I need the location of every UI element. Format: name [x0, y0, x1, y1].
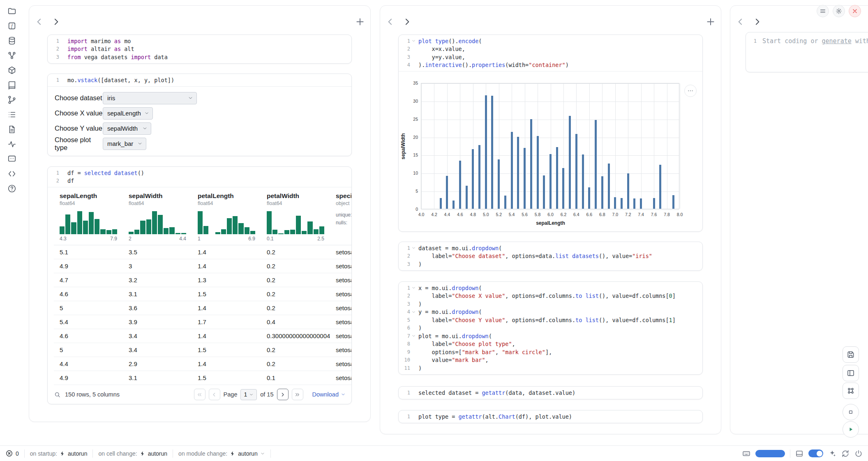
- data-sources-icon[interactable]: [7, 36, 16, 45]
- logs-icon[interactable]: [7, 110, 16, 119]
- code-line: 2df: [48, 177, 347, 185]
- column-header-species[interactable]: speciesobjectunique:nulls:: [330, 191, 352, 245]
- code-editor[interactable]: 1x = mo.ui.dropdown(2 label="Choose X va…: [399, 282, 702, 374]
- connection-status-icon[interactable]: [854, 449, 863, 458]
- table-pagination: Page 1 of 15: [194, 389, 303, 400]
- column-back-button[interactable]: [34, 16, 45, 27]
- shutdown-button[interactable]: [849, 5, 861, 17]
- run-button[interactable]: [843, 421, 859, 438]
- cell-plot-type[interactable]: 1plot_type = getattr(alt.Chart(df), plot…: [398, 410, 703, 423]
- table-row[interactable]: 4.931.40.2setosa: [54, 259, 351, 273]
- fold-icon[interactable]: [411, 286, 417, 290]
- file-explorer-icon[interactable]: [7, 7, 16, 16]
- cell-imports[interactable]: 1import marimo as mo2import altair as al…: [47, 35, 352, 64]
- table-row[interactable]: 5.13.51.40.2setosa: [54, 245, 351, 259]
- column-header-petalLength[interactable]: petalLengthfloat6416.9: [192, 191, 261, 245]
- code-editor[interactable]: 1import marimo as mo2import altair as al…: [48, 35, 351, 63]
- settings-button[interactable]: [833, 5, 845, 17]
- errors-indicator[interactable]: 0: [5, 449, 19, 457]
- add-cell-button[interactable]: [705, 16, 716, 27]
- table-cell: setosa: [330, 374, 352, 381]
- generate-link[interactable]: generate: [822, 37, 852, 45]
- cell-selected-dataset[interactable]: 1selected_dataset = getattr(data, datase…: [398, 386, 703, 399]
- cell-vstack-controls[interactable]: 1mo.vstack([dataset, x, y, plot]) Choose…: [47, 74, 352, 156]
- on-startup-setting[interactable]: on startup: autorun: [30, 450, 88, 457]
- code-editor[interactable]: 1df = selected_dataset()2df: [48, 167, 351, 187]
- column-forward-button[interactable]: [51, 16, 61, 27]
- control-row: Choose Y valuesepalWidth: [55, 122, 344, 135]
- snippets-icon[interactable]: [7, 169, 16, 178]
- scratchpad-icon[interactable]: [7, 154, 16, 164]
- column-header-sepalLength[interactable]: sepalLengthfloat644.37.9: [54, 191, 123, 245]
- choose-dataset-select[interactable]: iris: [103, 92, 197, 104]
- layout-toggle-button[interactable]: [843, 365, 859, 381]
- add-cell-button[interactable]: [355, 16, 365, 27]
- tracing-icon[interactable]: [7, 140, 16, 149]
- chart-bar: [627, 173, 629, 209]
- functions-icon[interactable]: f: [7, 21, 16, 30]
- choose-x-value-select[interactable]: sepalLength: [103, 107, 153, 120]
- variables-icon[interactable]: [7, 51, 16, 60]
- cell-plot-chart[interactable]: 1plot_type().encode(2 x=x.value,3 y=y.va…: [398, 35, 703, 232]
- column-header-petalWidth[interactable]: petalWidthfloat640.12.5: [261, 191, 330, 245]
- outline-icon[interactable]: [7, 81, 16, 90]
- help-icon[interactable]: [7, 184, 16, 193]
- chart-menu-button[interactable]: [684, 85, 697, 97]
- first-page-button[interactable]: [194, 389, 205, 400]
- column-back-button[interactable]: [385, 16, 396, 27]
- table-row[interactable]: 53.41.50.2setosa: [54, 343, 351, 357]
- restart-button[interactable]: [841, 449, 850, 458]
- page-select[interactable]: 1: [240, 389, 257, 400]
- code-editor[interactable]: 1plot_type = getattr(alt.Chart(df), plot…: [399, 410, 702, 423]
- choose-y-value-select[interactable]: sepalWidth: [103, 122, 151, 135]
- table-cell: 0.2: [261, 290, 330, 297]
- packages-icon[interactable]: [7, 66, 16, 75]
- table-row[interactable]: 4.63.41.40.30000000000000004setosa: [54, 329, 351, 343]
- code-line: 3from vega_datasets import data: [48, 53, 347, 61]
- save-button[interactable]: [843, 346, 859, 363]
- chart-bar: [633, 198, 635, 209]
- table-search-icon[interactable]: [54, 391, 61, 398]
- toggle-switch[interactable]: [808, 449, 823, 457]
- code-line: 1selected_dataset = getattr(data, datase…: [399, 389, 698, 397]
- table-row[interactable]: 4.63.11.50.2setosa: [54, 287, 351, 301]
- dependencies-icon[interactable]: [7, 95, 16, 104]
- fold-icon[interactable]: [411, 334, 417, 339]
- keyboard-shortcuts-button[interactable]: [742, 449, 750, 458]
- ai-assistant-button[interactable]: [828, 449, 836, 458]
- column-back-button[interactable]: [735, 16, 746, 27]
- table-row[interactable]: 4.93.11.50.1setosa: [54, 371, 351, 385]
- code-editor[interactable]: 1plot_type().encode(2 x=x.value,3 y=y.va…: [399, 35, 702, 71]
- on-module-change-setting[interactable]: on module change: autorun: [178, 450, 265, 457]
- table-row[interactable]: 53.61.40.2setosa: [54, 301, 351, 315]
- interrupt-button[interactable]: [843, 404, 859, 420]
- fold-icon[interactable]: [411, 309, 417, 314]
- cell-dataframe-table[interactable]: 1df = selected_dataset()2df sepalLengthf…: [47, 166, 352, 404]
- cell-dataset-dropdown[interactable]: 1dataset = mo.ui.dropdown(2 label="Choos…: [398, 242, 703, 271]
- table-row[interactable]: 4.73.21.30.2setosa: [54, 273, 351, 287]
- column-forward-button[interactable]: [402, 16, 412, 27]
- code-line: 3 y=y.value,: [399, 53, 698, 61]
- on-cell-change-setting[interactable]: on cell change: autorun: [98, 450, 167, 457]
- x-tick-label: 6.0: [545, 212, 556, 217]
- code-editor[interactable]: 1mo.vstack([dataset, x, y, plot]): [48, 74, 351, 86]
- table-row[interactable]: 4.42.91.40.2setosa: [54, 357, 351, 371]
- column-header-sepalWidth[interactable]: sepalWidthfloat6424.4: [123, 191, 192, 245]
- next-page-button[interactable]: [277, 389, 289, 400]
- last-page-button[interactable]: [292, 389, 303, 400]
- width-pill-toggle[interactable]: [755, 450, 785, 457]
- fold-icon[interactable]: [411, 246, 417, 251]
- prev-page-button[interactable]: [209, 389, 220, 400]
- fold-icon[interactable]: [411, 39, 417, 44]
- command-palette-button[interactable]: [843, 383, 859, 399]
- download-button[interactable]: Download: [312, 391, 346, 398]
- cell-xy-plot-dropdowns[interactable]: 1x = mo.ui.dropdown(2 label="Choose X va…: [398, 281, 703, 375]
- code-editor[interactable]: 1selected_dataset = getattr(data, datase…: [399, 387, 702, 399]
- column-forward-button[interactable]: [752, 16, 762, 27]
- code-editor[interactable]: 1dataset = mo.ui.dropdown(2 label="Choos…: [399, 242, 702, 270]
- cell-empty-new[interactable]: 1 Start coding or generate with: [746, 32, 868, 72]
- choose-plot-type-select[interactable]: mark_bar: [103, 138, 146, 150]
- table-row[interactable]: 5.43.91.70.4setosa: [54, 315, 351, 329]
- notebook-menu-button[interactable]: [817, 5, 829, 17]
- documentation-icon[interactable]: [7, 125, 16, 134]
